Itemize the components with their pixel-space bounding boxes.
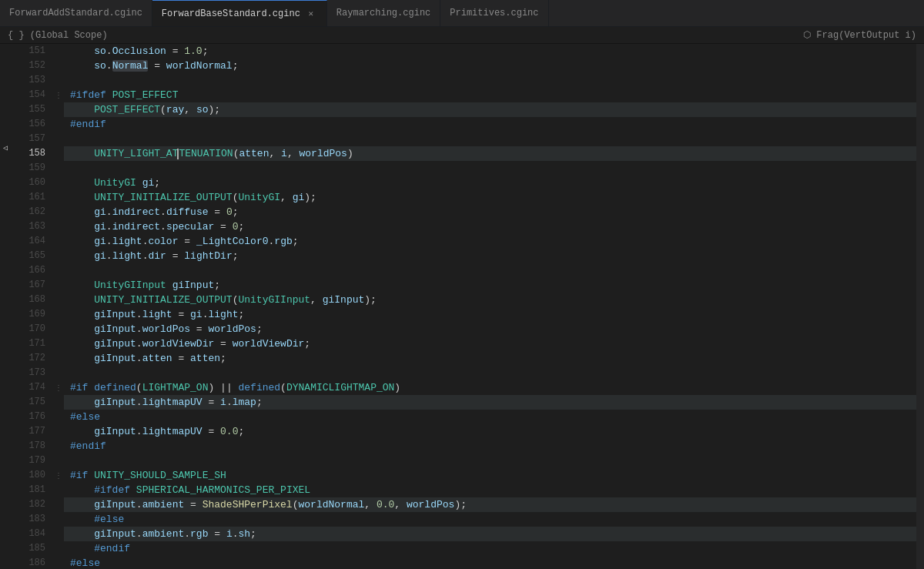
fold-indicator xyxy=(0,209,11,223)
code-line: gi.light.dir = lightDir; xyxy=(64,249,916,263)
line-number: 171 xyxy=(11,336,45,351)
line-number: 167 xyxy=(11,278,45,293)
fold-col-line xyxy=(53,190,64,205)
fold-col-line xyxy=(53,146,64,161)
fold-indicator xyxy=(0,487,11,500)
fold-col-line xyxy=(53,527,64,541)
line-number: 178 xyxy=(11,439,45,454)
code-line: #if defined(LIGHTMAP_ON) || defined(DYNA… xyxy=(64,380,916,395)
line-number: 169 xyxy=(11,307,45,322)
fold-col-line xyxy=(53,424,64,439)
code-line: #else xyxy=(64,410,916,424)
code-line: giInput.lightmapUV = 0.0; xyxy=(64,424,916,439)
fold-col-line xyxy=(53,351,64,366)
line-number: 166 xyxy=(11,263,45,278)
fold-indicator xyxy=(0,223,11,237)
fold-col-line xyxy=(53,59,64,73)
code-line xyxy=(64,263,916,278)
fold-col-line xyxy=(53,439,64,454)
line-number: 185 xyxy=(11,541,45,556)
tab-label: ForwardBaseStandard.cginc xyxy=(162,8,300,19)
fold-indicator: ◁ xyxy=(0,141,11,155)
line-number: 173 xyxy=(11,366,45,380)
fold-indicator xyxy=(0,99,11,113)
line-number: 152 xyxy=(11,59,45,73)
fold-col-line xyxy=(53,336,64,351)
fold-col-line xyxy=(53,366,64,380)
fold-col-line xyxy=(53,102,64,117)
fold-indicator xyxy=(0,251,11,265)
code-line: #ifdef POST_EFFECT xyxy=(64,88,916,102)
fold-col-line xyxy=(53,395,64,410)
line-number: 174 xyxy=(11,380,45,395)
code-line xyxy=(64,132,916,146)
fold-col-line xyxy=(53,44,64,59)
fold-indicator xyxy=(0,334,11,348)
line-number: 164 xyxy=(11,234,45,249)
tab-bar: ForwardAddStandard.cginc ForwardBaseStan… xyxy=(0,0,924,27)
line-number: 186 xyxy=(11,556,45,569)
fold-indicator xyxy=(0,473,11,487)
code-line xyxy=(64,454,916,468)
fold-indicator xyxy=(0,265,11,279)
line-number: 159 xyxy=(11,161,45,176)
code-line xyxy=(64,73,916,88)
code-line: #endif xyxy=(64,439,916,454)
tab-primitives[interactable]: Primitives.cginc xyxy=(440,0,548,26)
fold-col-line: ⋮ xyxy=(53,468,64,483)
code-line: giInput.worldPos = worldPos; xyxy=(64,322,916,336)
line-number: 161 xyxy=(11,190,45,205)
line-number: 165 xyxy=(11,249,45,263)
line-number: 184 xyxy=(11,527,45,541)
editor-container: ◁ 15115215315415515615715815916016116216… xyxy=(0,44,924,569)
fold-col-line xyxy=(53,161,64,176)
tab-forwardbase[interactable]: ForwardBaseStandard.cginc ✕ xyxy=(152,0,327,26)
line-number: 162 xyxy=(11,205,45,219)
fold-col-line xyxy=(53,176,64,190)
breadcrumb-bar: { } (Global Scope) ⬡ Frag(VertOutput i) xyxy=(0,27,924,44)
tab-label: Raymarching.cginc xyxy=(336,8,430,18)
code-line: so.Normal = worldNormal; xyxy=(64,59,916,73)
code-line: UnityGI gi; xyxy=(64,176,916,190)
fold-indicator xyxy=(0,85,11,99)
tab-close-button[interactable]: ✕ xyxy=(305,8,317,20)
line-number: 179 xyxy=(11,454,45,468)
line-number: 158 xyxy=(11,146,45,161)
fold-indicator xyxy=(0,445,11,459)
code-line: UNITY_INITIALIZE_OUTPUT(UnityGIInput, gi… xyxy=(64,293,916,307)
fold-col-line xyxy=(53,73,64,88)
code-area[interactable]: so.Occlusion = 1.0; so.Normal = worldNor… xyxy=(64,44,916,569)
fold-indicator xyxy=(0,58,11,72)
code-line: giInput.lightmapUV = i.lmap; xyxy=(64,395,916,410)
code-line: giInput.ambient.rgb = i.sh; xyxy=(64,527,916,541)
code-line: #else xyxy=(64,556,916,569)
fold-indicator xyxy=(0,293,11,306)
tab-label: Primitives.cginc xyxy=(450,8,538,18)
code-line: #else xyxy=(64,512,916,527)
breadcrumb-function: ⬡ Frag(VertOutput i) xyxy=(803,29,916,41)
fold-col-line xyxy=(53,541,64,556)
scrollbar[interactable] xyxy=(916,44,924,569)
breadcrumb-left: { } (Global Scope) xyxy=(8,30,108,41)
fold-indicator xyxy=(0,113,11,127)
tab-raymarching[interactable]: Raymarching.cginc xyxy=(327,0,440,26)
code-line: UnityGIInput giInput; xyxy=(64,278,916,293)
code-line: gi.light.color = _LightColor0.rgb; xyxy=(64,234,916,249)
breadcrumb-scope: { } (Global Scope) xyxy=(8,30,108,41)
fold-indicator xyxy=(0,527,11,541)
fold-indicator xyxy=(0,390,11,403)
line-number: 175 xyxy=(11,395,45,410)
fold-indicator xyxy=(0,514,11,527)
fold-col-line xyxy=(53,454,64,468)
fold-col-line xyxy=(53,322,64,336)
fold-indicator xyxy=(0,196,11,209)
code-line: #endif xyxy=(64,117,916,132)
fold-col-line xyxy=(53,263,64,278)
fold-column: ⋮⋮⋮ xyxy=(53,44,64,569)
fold-col-line xyxy=(53,219,64,234)
fold-col-line xyxy=(53,483,64,497)
fold-indicator xyxy=(0,555,11,569)
tab-forwardadd[interactable]: ForwardAddStandard.cginc xyxy=(0,0,152,26)
fold-indicator xyxy=(0,44,11,58)
line-number: 180 xyxy=(11,468,45,483)
